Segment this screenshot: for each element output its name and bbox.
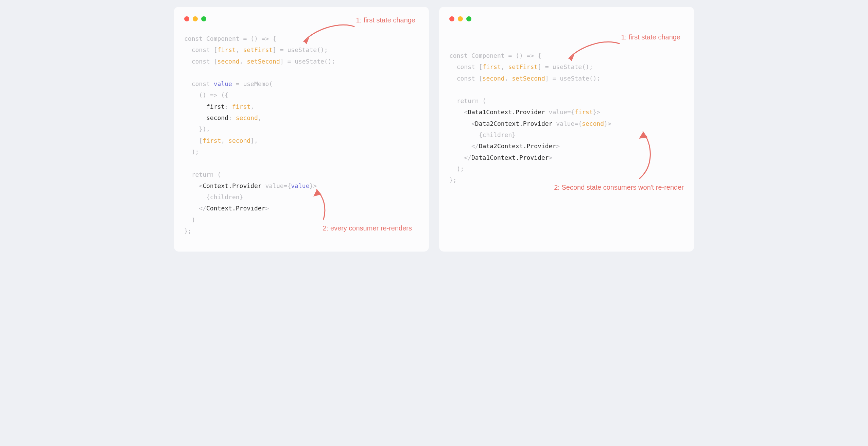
- minimize-icon: [193, 16, 198, 21]
- macos-traffic-lights: [449, 16, 684, 21]
- left-code-panel: 1: first state change const Component = …: [174, 7, 429, 252]
- code-block-left: const Component = () => { const [first, …: [184, 33, 419, 237]
- maximize-icon: [466, 16, 471, 21]
- minimize-icon: [458, 16, 463, 21]
- right-code-panel: 1: first state change const Component = …: [439, 7, 694, 252]
- code-block-right: const Component = () => { const [first, …: [449, 50, 684, 186]
- close-icon: [184, 16, 189, 21]
- maximize-icon: [201, 16, 206, 21]
- close-icon: [449, 16, 454, 21]
- macos-traffic-lights: [184, 16, 419, 21]
